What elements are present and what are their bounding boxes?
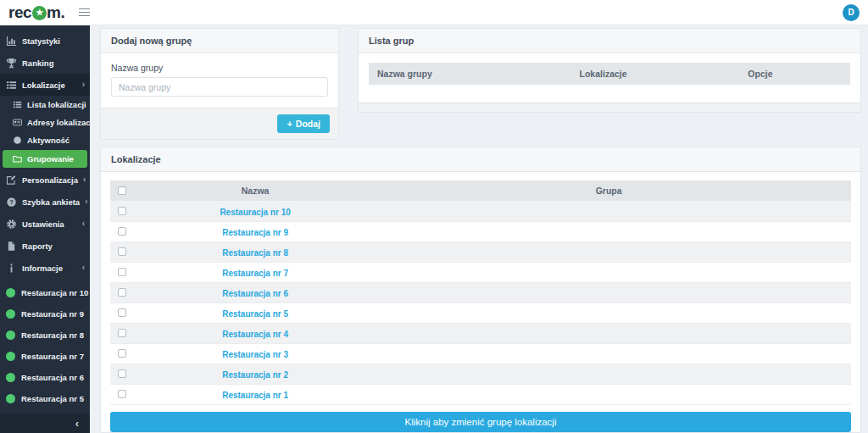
sidebar-location-label: Restauracja nr 9 [21,309,84,319]
sidebar-subitem-adresy-lokalizacji[interactable]: Adresy lokalizacji [0,114,90,131]
sidebar-subitem-lista-lokalizacji[interactable]: Lista lokalizacji [0,96,90,114]
sidebar: Statystyki Ranking Lokalizacje › Lista l… [0,25,90,433]
sidebar-location-restauracja-6[interactable]: Restauracja nr 6 [0,367,90,388]
add-group-button-label: Dodaj [296,119,320,129]
status-dot-icon [6,309,15,319]
add-group-panel: Dodaj nową grupę Nazwa grupy + Dodaj [100,28,339,140]
row-checkbox[interactable] [118,308,126,317]
chevron-left-icon: ‹ [82,219,85,228]
location-link[interactable]: Restauracja nr 10 [220,208,290,217]
column-header-nazwa: Nazwa [144,180,366,201]
sidebar-item-ranking[interactable]: Ranking [0,52,90,74]
edit-icon [5,174,17,186]
sidebar-item-label: Informacje [22,264,63,273]
group-cell [366,323,851,343]
folder-icon [12,154,22,164]
groups-list-panel: Lista grup Nazwa grupy Lokalizacje Opcje [358,28,861,113]
chevron-left-icon: ‹ [83,175,86,184]
select-all-checkbox[interactable] [118,186,126,195]
group-cell [366,241,851,262]
status-dot-icon [6,352,15,361]
chevron-right-icon: › [82,80,85,89]
groups-table-header: Nazwa grupy Lokalizacje Opcje [369,63,850,85]
row-checkbox[interactable] [118,369,126,378]
add-group-button[interactable]: + Dodaj [277,114,330,133]
sidebar-collapse-button[interactable]: ‹ [0,414,90,433]
locations-table: Nazwa Grupa Restauracja nr 10 Restaurac [110,180,851,405]
top-bar: rec★m. D [0,0,868,25]
location-link[interactable]: Restauracja nr 6 [222,289,288,298]
table-row: Restauracja nr 6 [110,282,851,303]
table-row: Restauracja nr 10 [110,201,851,221]
logo-text-post: m. [47,3,64,22]
gear-icon [5,218,17,230]
status-dot-icon [6,394,15,403]
question-circle-icon: ? [5,196,17,208]
chevron-left-icon: ‹ [82,264,85,272]
group-cell [366,384,851,404]
location-link[interactable]: Restauracja nr 3 [222,350,288,359]
sidebar-subitem-grupowanie[interactable]: Grupowanie [3,150,87,168]
table-row: Restauracja nr 3 [110,343,851,364]
location-link[interactable]: Restauracja nr 5 [222,309,288,319]
collapse-chevron-icon: ‹ [75,417,79,430]
sidebar-item-label: Lokalizacje [22,80,65,90]
location-link[interactable]: Restauracja nr 9 [222,228,288,237]
sidebar-item-label: Statystyki [22,36,60,46]
group-cell [366,221,851,241]
row-checkbox[interactable] [118,288,126,297]
sidebar-item-label: Ustawienia [22,219,64,229]
sidebar-subitem-label: Adresy lokalizacji [27,118,95,127]
column-header-lokalizacje: Lokalizacje [571,69,740,79]
sidebar-location-label: Restauracja nr 7 [21,352,84,361]
locations-table-header-row: Nazwa Grupa [110,180,851,201]
sidebar-item-statystyki[interactable]: Statystyki [0,30,90,52]
location-link[interactable]: Restauracja nr 2 [222,370,288,380]
group-name-input[interactable] [111,77,328,97]
table-row: Restauracja nr 7 [110,262,851,282]
sidebar-location-restauracja-8[interactable]: Restauracja nr 8 [0,325,90,346]
group-cell [366,262,851,282]
brand-logo[interactable]: rec★m. [8,3,64,22]
sidebar-subitem-aktywnosc[interactable]: Aktywność [0,131,90,149]
sidebar-item-personalizacja[interactable]: Personalizacja ‹ [0,169,90,191]
row-checkbox[interactable] [118,390,126,398]
row-checkbox[interactable] [118,349,126,358]
row-checkbox[interactable] [118,207,126,215]
status-dot-icon [6,373,15,382]
sidebar-location-restauracja-10[interactable]: Restauracja nr 10 [0,282,90,303]
logo-text-pre: rec [8,3,31,22]
sidebar-location-restauracja-9[interactable]: Restauracja nr 9 [0,303,90,325]
group-cell [366,364,851,384]
sidebar-location-restauracja-5[interactable]: Restauracja nr 5 [0,388,90,409]
location-link[interactable]: Restauracja nr 7 [222,269,288,278]
change-group-button[interactable]: Kliknij aby zmienić grupę lokalizacji [110,412,851,432]
hamburger-menu-icon[interactable] [76,6,92,19]
sidebar-item-raporty[interactable]: Raporty [0,235,90,257]
sidebar-item-lokalizacje[interactable]: Lokalizacje › [0,74,90,96]
sidebar-item-ustawienia[interactable]: Ustawienia ‹ [0,213,90,235]
column-header-nazwa-grupy: Nazwa grupy [369,69,571,79]
location-link[interactable]: Restauracja nr 1 [222,391,288,400]
row-checkbox[interactable] [118,268,126,276]
sidebar-item-informacje[interactable]: Informacje ‹ [0,257,90,279]
table-row: Restauracja nr 1 [110,384,851,404]
logo-star-icon: ★ [32,6,47,20]
user-avatar[interactable]: D [843,4,860,21]
location-link[interactable]: Restauracja nr 8 [222,248,288,258]
main-content: Dodaj nową grupę Nazwa grupy + Dodaj Lis… [90,25,868,433]
sidebar-location-restauracja-7[interactable]: Restauracja nr 7 [0,346,90,367]
panel-title: Lista grup [359,29,860,53]
group-cell [366,282,851,303]
status-dot-icon [6,288,15,297]
sidebar-item-label: Raporty [22,241,53,251]
row-checkbox[interactable] [118,247,126,256]
info-icon [5,262,17,274]
sidebar-location-label: Restauracja nr 8 [21,330,84,340]
sidebar-item-szybka-ankieta[interactable]: ? Szybka ankieta ‹ [0,191,90,213]
row-checkbox[interactable] [118,329,126,337]
status-dot-icon [6,330,15,340]
location-link[interactable]: Restauracja nr 4 [222,330,288,339]
chevron-left-icon: ‹ [85,197,87,206]
row-checkbox[interactable] [118,227,126,236]
